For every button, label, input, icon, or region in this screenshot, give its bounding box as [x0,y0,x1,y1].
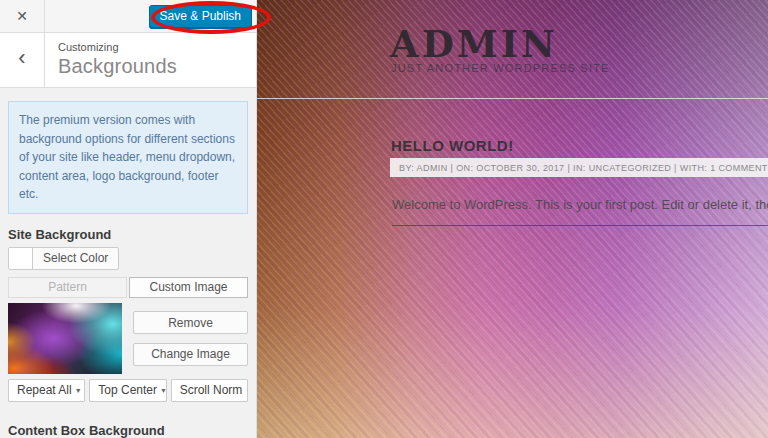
chevron-down-icon: ▼ [160,387,167,394]
close-icon[interactable]: ✕ [0,0,45,32]
background-image-row: Remove Change Image [8,303,248,374]
background-repeat-select[interactable]: Repeat All ▼ [8,379,85,402]
site-background-select-color-button[interactable]: Select Color [8,247,119,270]
remove-image-button[interactable]: Remove [133,311,248,334]
change-image-button[interactable]: Change Image [133,343,248,366]
background-image-thumbnail[interactable] [8,303,122,374]
customizer-sidebar: ✕ Save & Publish ‹ Customizing Backgroun… [0,0,257,438]
color-swatch [9,248,33,269]
background-options-row: Repeat All ▼ Top Center ▼ Scroll Norm ▼ [8,379,248,402]
section-body: The premium version comes with backgroun… [0,88,256,438]
site-title: ADMIN [390,22,558,66]
background-type-tabs: Pattern Custom Image [8,277,248,298]
premium-info-box: The premium version comes with backgroun… [8,101,248,214]
background-repeat-value: Repeat All [17,383,72,397]
select-color-label: Select Color [33,248,118,269]
site-preview-pane: ADMIN JUST ANOTHER WORDPRESS SITE HELLO … [257,0,768,438]
site-header-divider [257,98,768,99]
back-arrow-icon[interactable]: ‹ [0,33,45,87]
site-tagline: JUST ANOTHER WORDPRESS SITE [391,62,610,74]
tab-pattern[interactable]: Pattern [8,277,127,298]
content-box-background-group: Content Box Background This background i… [8,423,248,438]
background-position-value: Top Center [98,383,157,397]
chevron-down-icon: ▼ [245,387,248,394]
content-box-background-label: Content Box Background [8,423,248,438]
section-title: Backgrounds [58,55,177,78]
tab-custom-image[interactable]: Custom Image [129,277,248,298]
customizing-kicker: Customizing [58,41,177,53]
customizer-topbar: ✕ Save & Publish [0,0,256,33]
section-header: ‹ Customizing Backgrounds [0,33,256,88]
post-excerpt: Welcome to WordPress. This is your first… [392,197,768,212]
post-meta-bar: BY: ADMIN | ON: OCTOBER 30, 2017 | IN: U… [390,158,768,177]
post-divider [392,225,768,226]
background-attachment-value: Scroll Norm [180,383,243,397]
post-title-link[interactable]: HELLO WORLD! [391,137,514,154]
chevron-down-icon: ▼ [75,387,82,394]
site-background-label: Site Background [8,227,248,242]
save-publish-button[interactable]: Save & Publish [149,5,252,28]
background-attachment-select[interactable]: Scroll Norm ▼ [171,379,248,402]
section-header-text: Customizing Backgrounds [45,33,177,87]
image-action-buttons: Remove Change Image [122,303,248,374]
background-position-select[interactable]: Top Center ▼ [89,379,166,402]
